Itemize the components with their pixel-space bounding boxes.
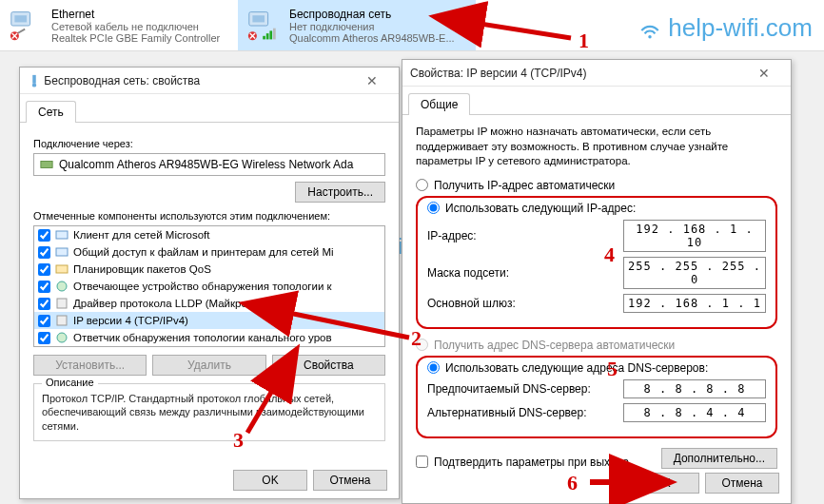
svg-rect-5: [263, 35, 265, 39]
adapter-title: Ethernet: [51, 8, 220, 21]
checkbox[interactable]: [38, 229, 50, 242]
radio[interactable]: [416, 179, 428, 191]
tab-general[interactable]: Общие: [408, 93, 470, 115]
connect-through-label: Подключение через:: [33, 138, 385, 149]
ethernet-icon: [10, 9, 44, 43]
close-icon[interactable]: ✕: [745, 66, 783, 81]
adapter-status: Нет подключения: [289, 21, 455, 32]
manual-dns-group: Использовать следующие адреса DNS-сервер…: [416, 356, 777, 438]
properties-button[interactable]: Свойства: [272, 355, 385, 376]
ip-input[interactable]: 192 . 168 . 1 . 10: [623, 220, 766, 252]
svg-rect-21: [57, 316, 67, 325]
client-icon: [55, 228, 69, 242]
description-legend: Описание: [42, 377, 98, 388]
cancel-button[interactable]: Отмена: [313, 470, 387, 491]
ipv4-icon: [55, 314, 69, 327]
ok-button[interactable]: OK: [625, 473, 699, 494]
radio[interactable]: [427, 202, 440, 214]
svg-rect-16: [56, 231, 68, 239]
gateway-label: Основной шлюз:: [427, 297, 516, 310]
hint-text: Параметры IP можно назначать автоматичес…: [416, 125, 777, 169]
annotation-number: 6: [567, 471, 578, 495]
checkbox[interactable]: [38, 281, 50, 293]
annotation-number: 3: [233, 428, 244, 453]
svg-rect-17: [56, 248, 68, 256]
radio-manual-dns[interactable]: Использовать следующие адреса DNS-сервер…: [427, 361, 766, 375]
remove-button[interactable]: Удалить: [152, 355, 265, 376]
components-label: Отмеченные компоненты используются этим …: [33, 210, 385, 222]
adapter-device: Realtek PCIe GBE Family Controller: [51, 32, 220, 44]
radio-manual-ip[interactable]: Использовать следующий IP-адрес:: [427, 202, 766, 215]
svg-point-19: [57, 281, 67, 291]
svg-point-22: [57, 333, 67, 342]
dns2-input[interactable]: 8 . 8 . 4 . 4: [623, 403, 766, 422]
adapter-status: Сетевой кабель не подключен: [51, 21, 220, 32]
dialog-ipv4-properties: Свойства: IP версии 4 (TCP/IPv4) ✕ Общие…: [402, 59, 792, 504]
network-adapters-bar: Ethernet Сетевой кабель не подключен Rea…: [0, 0, 824, 51]
cancel-button[interactable]: Отмена: [705, 473, 779, 494]
responder-icon: [55, 331, 69, 344]
dialog-title: Свойства: IP версии 4 (TCP/IPv4): [410, 67, 587, 80]
install-button[interactable]: Установить...: [33, 355, 147, 376]
svg-rect-20: [57, 299, 67, 308]
tab-network[interactable]: Сеть: [26, 101, 76, 123]
checkbox[interactable]: [38, 332, 50, 344]
adapter-title: Беспроводная сеть: [289, 8, 455, 21]
dns1-input[interactable]: 8 . 8 . 8 . 8: [623, 379, 766, 398]
list-item[interactable]: Планировщик пакетов QoS: [34, 261, 384, 278]
svg-rect-18: [56, 265, 68, 273]
adapter-ethernet[interactable]: Ethernet Сетевой кабель не подключен Rea…: [0, 0, 238, 50]
adapter-name-text: Qualcomm Atheros AR9485WB-EG Wireless Ne…: [59, 158, 353, 171]
gateway-input[interactable]: 192 . 168 . 1 . 1: [623, 294, 766, 313]
radio-auto-ip[interactable]: Получить IP-адрес автоматически: [416, 179, 777, 192]
description-text: Протокол TCP/IP. Стандартный протокол гл…: [42, 392, 377, 433]
svg-point-14: [32, 83, 36, 87]
list-item-ipv4[interactable]: IP версии 4 (TCP/IPv4): [34, 312, 384, 329]
svg-rect-1: [14, 15, 27, 22]
network-icon: [28, 74, 41, 87]
svg-rect-7: [269, 30, 272, 39]
checkbox[interactable]: [38, 246, 50, 259]
titlebar[interactable]: Свойства: IP версии 4 (TCP/IPv4) ✕: [402, 60, 791, 87]
list-item[interactable]: Отвечающее устройство обнаружения тополо…: [34, 278, 384, 295]
tabs: Сеть: [20, 94, 399, 123]
svg-rect-6: [266, 33, 269, 39]
checkbox[interactable]: [38, 263, 50, 276]
adapter-name-box[interactable]: Qualcomm Atheros AR9485WB-EG Wireless Ne…: [33, 153, 385, 176]
radio[interactable]: [427, 361, 440, 374]
svg-rect-13: [32, 74, 36, 83]
dns1-label: Предпочитаемый DNS-сервер:: [427, 382, 591, 396]
validate-checkbox-row[interactable]: Подтвердить параметры при выходе: [416, 456, 629, 469]
validate-checkbox[interactable]: [416, 456, 428, 468]
checkbox[interactable]: [38, 315, 50, 327]
wireless-icon: [247, 9, 282, 43]
mask-input[interactable]: 255 . 255 . 255 . 0: [623, 257, 766, 289]
list-item[interactable]: Драйвер протокола LLDP (Майкрософт): [34, 295, 384, 312]
close-icon[interactable]: ✕: [353, 73, 391, 88]
advanced-button[interactable]: Дополнительно...: [661, 448, 777, 469]
checkbox[interactable]: [38, 298, 50, 310]
mask-label: Маска подсети:: [427, 266, 509, 280]
manual-ip-group: Использовать следующий IP-адрес: IP-адре…: [416, 196, 777, 329]
adapter-wireless[interactable]: Беспроводная сеть Нет подключения Qualco…: [238, 0, 476, 50]
nic-icon: [40, 158, 53, 171]
share-icon: [55, 245, 69, 259]
ok-button[interactable]: OK: [233, 470, 307, 491]
list-item[interactable]: Общий доступ к файлам и принтерам для се…: [34, 243, 384, 261]
annotation-number: 5: [607, 357, 618, 381]
list-item[interactable]: Ответчик обнаружения топологии канальног…: [34, 329, 384, 346]
ip-label: IP-адрес:: [427, 229, 477, 242]
dialog-adapter-properties: Беспроводная сеть: свойства ✕ Сеть Подкл…: [19, 67, 400, 499]
svg-rect-4: [252, 15, 265, 22]
svg-rect-8: [273, 28, 276, 39]
annotation-number: 4: [604, 242, 615, 267]
dialog-title: Беспроводная сеть: свойства: [44, 74, 200, 87]
topology-icon: [55, 280, 69, 293]
configure-button[interactable]: Настроить...: [295, 182, 385, 203]
list-item[interactable]: Клиент для сетей Microsoft: [34, 226, 384, 243]
svg-rect-15: [41, 162, 52, 168]
radio-auto-dns: Получить адрес DNS-сервера автоматически: [416, 339, 777, 352]
components-list[interactable]: Клиент для сетей Microsoft Общий доступ …: [33, 225, 385, 347]
titlebar[interactable]: Беспроводная сеть: свойства ✕: [20, 68, 399, 94]
lldp-icon: [55, 297, 69, 310]
